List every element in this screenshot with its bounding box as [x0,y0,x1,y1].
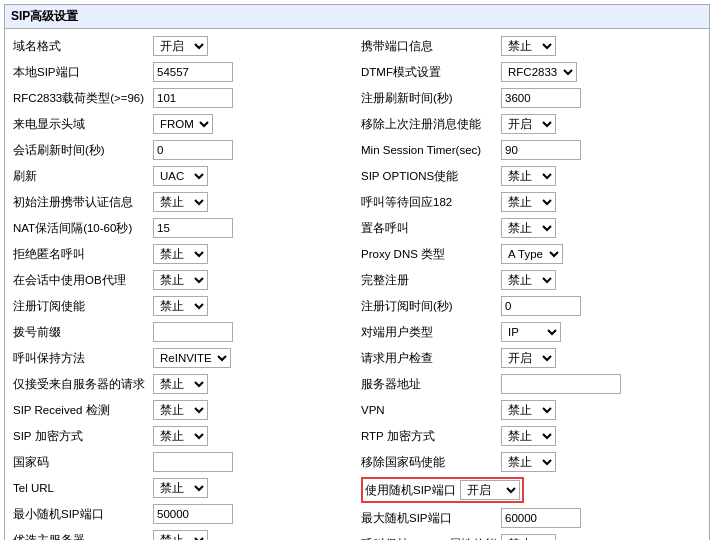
highlighted-setting-label: 使用随机SIP端口 [365,483,460,498]
setting-select[interactable]: 禁止开启 [501,400,556,420]
settings-row: 对端用户类型IPPhone [361,321,701,343]
settings-row: NAT保活间隔(10-60秒) [13,217,353,239]
setting-control: A TypeSRV [501,244,701,264]
settings-row: RFC2833载荷类型(>=96) [13,87,353,109]
setting-select[interactable]: 禁止开启 [153,270,208,290]
setting-select[interactable]: 禁止开启 [501,534,556,540]
setting-control [501,140,701,160]
setting-control: ReINVITEHOLD [153,348,353,368]
setting-select[interactable]: 禁止开启 [153,296,208,316]
settings-row: 呼叫等待回应182禁止开启 [361,191,701,213]
setting-label: 域名格式 [13,39,153,54]
setting-label: 呼叫保持Inactive属性使能 [361,537,501,541]
settings-row: 会话刷新时间(秒) [13,139,353,161]
setting-control: IPPhone [501,322,701,342]
setting-select[interactable]: 开启禁止 [153,36,208,56]
settings-row: 置各呼叫禁止开启 [361,217,701,239]
settings-row: 携带端口信息禁止开启 [361,35,701,57]
setting-select[interactable]: 禁止开启 [153,374,208,394]
setting-select[interactable]: 禁止开启 [501,270,556,290]
setting-control: 禁止开启 [501,426,701,446]
setting-input[interactable] [501,296,581,316]
setting-select[interactable]: 禁止开启 [153,478,208,498]
setting-select[interactable]: 禁止开启 [153,530,208,540]
settings-row: 来电显示头域FROMTO [13,113,353,135]
setting-input[interactable] [153,504,233,524]
settings-row: 刷新UACUAS [13,165,353,187]
setting-select[interactable]: 开启禁止 [501,114,556,134]
settings-row: 本地SIP端口 [13,61,353,83]
setting-control: FROMTO [153,114,353,134]
setting-select[interactable]: 禁止开启 [501,218,556,238]
settings-row: 仅接受来自服务器的请求禁止开启 [13,373,353,395]
setting-label: SIP 加密方式 [13,429,153,444]
setting-input[interactable] [501,374,621,394]
setting-select[interactable]: 禁止开启 [501,192,556,212]
setting-control [153,140,353,160]
setting-label: 在会话中使用OB代理 [13,273,153,288]
setting-control: 禁止开启 [153,296,353,316]
setting-input[interactable] [501,140,581,160]
settings-row: 在会话中使用OB代理禁止开启 [13,269,353,291]
setting-control: 开启禁止 [501,114,701,134]
setting-input[interactable] [501,508,581,528]
setting-control: 禁止开启 [501,192,701,212]
setting-label: SIP Received 检测 [13,403,153,418]
settings-row: 请求用户检查开启禁止 [361,347,701,369]
settings-row: Min Session Timer(sec) [361,139,701,161]
setting-label: 对端用户类型 [361,325,501,340]
setting-select[interactable]: 禁止开启 [501,452,556,472]
settings-row: 服务器地址 [361,373,701,395]
settings-row: 最小随机SIP端口 [13,503,353,525]
setting-input[interactable] [153,452,233,472]
setting-select[interactable]: 禁止开启 [153,244,208,264]
setting-control: 禁止开启 [501,452,701,472]
setting-control: 禁止开启 [153,530,353,540]
setting-input[interactable] [153,140,233,160]
setting-input[interactable] [153,62,233,82]
setting-select[interactable]: 禁止开启 [153,400,208,420]
setting-select[interactable]: 禁止开启 [501,166,556,186]
settings-row: 国家码 [13,451,353,473]
setting-label: 优选主服务器 [13,533,153,541]
setting-label: 置各呼叫 [361,221,501,236]
setting-select[interactable]: 禁止开启 [501,36,556,56]
setting-input[interactable] [153,88,233,108]
setting-select[interactable]: RFC2833SIP INFOIn-Band [501,62,577,82]
setting-control: 禁止开启 [153,192,353,212]
setting-control: 禁止开启 [153,478,353,498]
highlighted-setting-select[interactable]: 开启禁止 [460,480,520,500]
setting-select[interactable]: IPPhone [501,322,561,342]
setting-select[interactable]: 禁止开启 [153,426,208,446]
setting-select[interactable]: FROMTO [153,114,213,134]
setting-control [501,508,701,528]
setting-label: NAT保活间隔(10-60秒) [13,221,153,236]
setting-label: 请求用户检查 [361,351,501,366]
setting-control [153,322,353,342]
setting-label: Proxy DNS 类型 [361,247,501,262]
setting-select[interactable]: 开启禁止 [501,348,556,368]
setting-label: 呼叫等待回应182 [361,195,501,210]
setting-label: 刷新 [13,169,153,184]
setting-input[interactable] [501,88,581,108]
settings-row: 移除上次注册消息使能开启禁止 [361,113,701,135]
setting-input[interactable] [153,322,233,342]
setting-select[interactable]: A TypeSRV [501,244,563,264]
setting-label: 呼叫保持方法 [13,351,153,366]
setting-control: UACUAS [153,166,353,186]
settings-row: 最大随机SIP端口 [361,507,701,529]
setting-select[interactable]: 禁止开启 [501,426,556,446]
setting-label: 最大随机SIP端口 [361,511,501,526]
setting-select[interactable]: ReINVITEHOLD [153,348,231,368]
settings-row: 优选主服务器禁止开启 [13,529,353,540]
setting-control: 禁止开启 [501,36,701,56]
settings-row: Tel URL禁止开启 [13,477,353,499]
setting-control: 禁止开启 [153,400,353,420]
setting-select[interactable]: UACUAS [153,166,208,186]
setting-control [153,88,353,108]
setting-label: RFC2833载荷类型(>=96) [13,91,153,106]
setting-select[interactable]: 禁止开启 [153,192,208,212]
setting-control: RFC2833SIP INFOIn-Band [501,62,701,82]
settings-row: VPN禁止开启 [361,399,701,421]
setting-input[interactable] [153,218,233,238]
